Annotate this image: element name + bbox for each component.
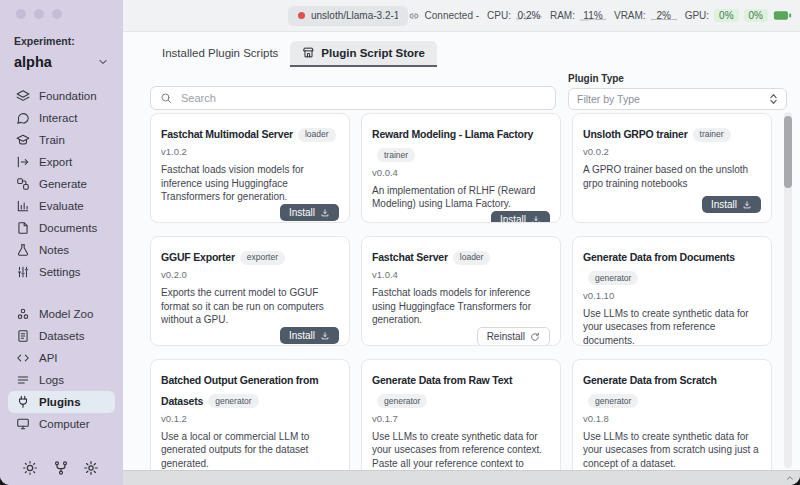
sidebar-item-logs[interactable]: Logs (8, 369, 115, 391)
sidebar-item-datasets[interactable]: Datasets (8, 325, 115, 347)
plugin-card: Fastchat Multimodal Serverloader v1.0.2 … (150, 113, 350, 223)
expand-chevron-icon[interactable] (785, 473, 795, 483)
plugin-version: v0.1.8 (583, 413, 761, 424)
close-window-button[interactable] (16, 9, 26, 19)
store-filters: Plugin Type Filter by Type (150, 73, 787, 110)
plugin-type-select[interactable]: Filter by Type (568, 88, 787, 110)
plugin-version: v0.0.2 (583, 146, 761, 157)
plugin-card: Generate Data from Raw Textgenerator v0.… (361, 359, 561, 470)
monitor-icon (16, 417, 30, 431)
search-input[interactable] (179, 91, 546, 105)
install-button[interactable]: Install (702, 196, 761, 213)
tab-installed-plugin-scripts[interactable]: Installed Plugin Scripts (150, 42, 290, 67)
refresh-icon (530, 332, 540, 342)
plugin-type-value: Filter by Type (577, 93, 640, 105)
button-label: Install (500, 214, 526, 223)
sidebar-item-settings[interactable]: Settings (8, 261, 115, 283)
sidebar-item-label: Model Zoo (39, 308, 93, 320)
sidebar-item-label: Evaluate (39, 200, 84, 212)
gpu-usage-badge: 0% (744, 9, 768, 22)
plugin-description: Use LLMs to create synthetic data for yo… (583, 307, 761, 346)
sidebar-item-computer[interactable]: Computer (8, 413, 115, 435)
plugin-version: v1.0.4 (372, 269, 550, 280)
sidebar-item-model-zoo[interactable]: Model Zoo (8, 303, 115, 325)
theme-toggle-button[interactable] (22, 460, 40, 478)
plugin-description: Use LLMs to create synthetic data for yo… (372, 430, 550, 470)
plugin-description: Fastchat loads models for inference usin… (372, 286, 550, 327)
sidebar-item-interact[interactable]: Interact (8, 107, 115, 129)
github-button[interactable] (53, 460, 71, 478)
code-icon (16, 351, 30, 365)
vertical-scrollbar[interactable] (784, 112, 792, 468)
sidebar-item-label: Datasets (39, 330, 84, 342)
plugin-type-badge: trainer (693, 128, 731, 142)
download-icon (742, 200, 752, 210)
layers-icon (16, 89, 30, 103)
plugin-description: Use LLMs to create synthetic data for yo… (583, 430, 761, 470)
tab-label: Plugin Script Store (321, 47, 425, 59)
flask-icon (16, 243, 30, 257)
plugin-card: GGUF Exporterexporter v0.2.0 Exports the… (150, 236, 350, 346)
reinstall-button[interactable]: Reinstall (477, 327, 550, 346)
plugin-title: Reward Modeling - Llama Factory (372, 128, 533, 140)
install-button[interactable]: Install (280, 327, 339, 344)
vram-value: 2% (656, 10, 670, 21)
button-label: Install (289, 207, 315, 218)
plugin-description: Exports the current model to GGUF format… (161, 286, 339, 327)
sidebar-item-label: Train (39, 134, 65, 146)
plugin-card: Generate Data from Documentsgenerator v0… (572, 236, 772, 346)
sidebar-item-train[interactable]: Train (8, 129, 115, 151)
ram-value: 11% (583, 10, 602, 21)
plugin-card: Fastchat Serverloader v1.0.4 Fastchat lo… (361, 236, 561, 346)
sidebar-item-label: Generate (39, 178, 87, 190)
loaded-model-chip[interactable]: unsloth/Llama-3.2-1B-Ins (288, 6, 408, 26)
search-icon (160, 92, 172, 104)
plugin-version: v0.1.10 (583, 290, 761, 301)
ram-sparkline: 11% (580, 10, 606, 22)
plugin-type-badge: generator (208, 394, 258, 408)
sidebar-item-foundation[interactable]: Foundation (8, 85, 115, 107)
maximize-window-button[interactable] (52, 9, 62, 19)
sliders-icon (16, 265, 30, 279)
chat-icon (16, 111, 30, 125)
ram-label: RAM: (550, 10, 575, 21)
install-button[interactable]: Install (280, 204, 339, 221)
secondary-nav: Model Zoo Datasets API Logs Plugins Comp… (0, 303, 123, 435)
select-chevrons-icon (769, 93, 778, 105)
plugin-title: Fastchat Multimodal Server (161, 128, 293, 140)
cpu-label: CPU: (487, 10, 511, 21)
chevron-down-icon (97, 56, 109, 68)
install-button[interactable]: Install (491, 211, 550, 223)
sidebar-item-notes[interactable]: Notes (8, 239, 115, 261)
scrollbar-thumb[interactable] (784, 116, 792, 188)
plugin-card: Generate Data from Scratchgenerator v0.1… (572, 359, 772, 470)
plugin-card-grid: Fastchat Multimodal Serverloader v1.0.2 … (150, 113, 772, 470)
graduation-cap-icon (16, 133, 30, 147)
sidebar-item-evaluate[interactable]: Evaluate (8, 195, 115, 217)
plugin-type-badge: loader (453, 251, 491, 265)
plugin-card: Batched Output Generation from Datasetsg… (150, 359, 350, 470)
plugin-type-badge: loader (298, 128, 336, 142)
sidebar-item-export[interactable]: Export (8, 151, 115, 173)
sidebar-item-label: Computer (39, 418, 90, 430)
model-status-dot-icon (298, 12, 305, 19)
sidebar-item-api[interactable]: API (8, 347, 115, 369)
loaded-model-name: unsloth/Llama-3.2-1B-Ins (311, 10, 398, 21)
settings-button[interactable] (83, 460, 101, 478)
sidebar-item-plugins[interactable]: Plugins (8, 391, 115, 413)
button-label: Install (711, 199, 737, 210)
tab-plugin-script-store[interactable]: Plugin Script Store (290, 41, 437, 67)
plugin-card: Unsloth GRPO trainertrainer v0.0.2 A GPR… (572, 113, 772, 223)
cpu-value: 0.2% (518, 10, 541, 21)
plugin-version: v1.0.2 (161, 146, 339, 157)
plugin-version: v0.0.4 (372, 167, 550, 178)
plugin-title: GGUF Exporter (161, 251, 235, 263)
sidebar-item-label: Notes (39, 244, 69, 256)
sidebar-item-generate[interactable]: Generate (8, 173, 115, 195)
vram-label: VRAM: (614, 10, 646, 21)
plugin-description: Fastchat loads vision models for inferen… (161, 163, 339, 204)
minimize-window-button[interactable] (34, 9, 44, 19)
experiment-selector[interactable]: alpha (14, 54, 109, 70)
sidebar-item-documents[interactable]: Documents (8, 217, 115, 239)
workflow-icon (16, 177, 30, 191)
